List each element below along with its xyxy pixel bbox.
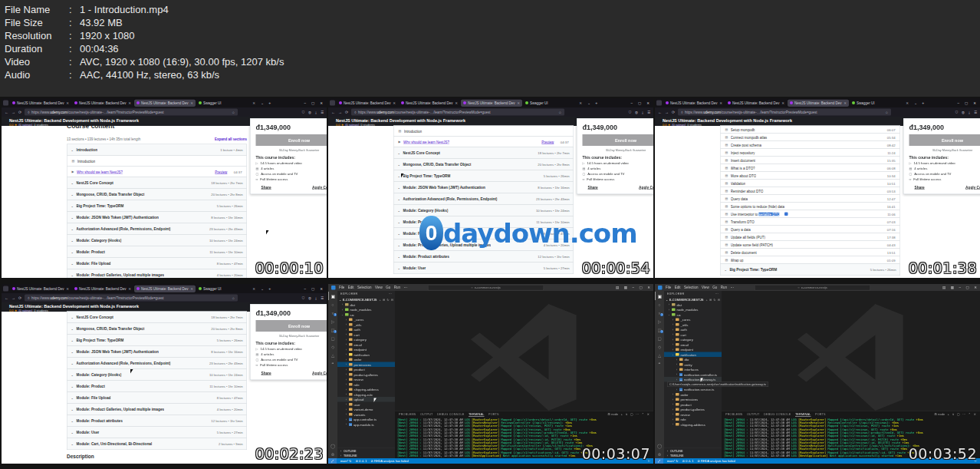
browser-tab[interactable]: NestJS Ultimate: Backend Dev✕ — [134, 99, 196, 107]
tab-close-icon[interactable]: ✕ — [66, 287, 69, 291]
apply-coupon-button[interactable]: Apply Coupon — [312, 371, 327, 375]
menu-icon[interactable]: ☰ — [974, 110, 977, 114]
lecture-title[interactable]: Why should we learn NestJS? — [403, 140, 449, 144]
menu-item[interactable]: Selection — [684, 286, 699, 289]
comments-icon[interactable]: ❝ — [328, 359, 337, 368]
tab-close-icon[interactable]: ✕ — [393, 101, 396, 105]
panel-tab[interactable]: PROBLEMS — [725, 413, 742, 417]
account-icon[interactable]: ◍ — [308, 110, 311, 114]
split-terminal-icon[interactable]: ▢ — [957, 413, 960, 417]
course-section-row[interactable]: ⌄Authorization Advanced (Role, Permissio… — [393, 193, 574, 206]
url-bar[interactable]: ◊https://www.udemy.com/course/nestjs-ult… — [25, 295, 238, 302]
tab-close-icon[interactable]: ✕ — [252, 101, 255, 105]
url-bar[interactable]: ◊https://www.udemy.com/course/nestjs-ult… — [25, 109, 238, 116]
minimize-icon[interactable]: – — [959, 286, 961, 289]
tab-close-icon[interactable]: ✕ — [252, 287, 255, 291]
tab-close-icon[interactable]: ✕ — [517, 101, 520, 105]
back-button[interactable]: ← — [5, 296, 8, 300]
tab-close-icon[interactable]: ✕ — [190, 287, 193, 291]
refresh-icon[interactable]: ↻ — [713, 298, 715, 302]
browser-tab[interactable]: NestJS Ultimate: Backend Dev✕ — [461, 99, 522, 107]
downloads-icon[interactable]: ⤓ — [642, 110, 643, 114]
lecture-row[interactable]: ▶Why should we learn NestJS?Preview04:37 — [393, 137, 574, 148]
bookmark-star-icon[interactable]: ☆ — [232, 296, 235, 300]
terminal-dropdown-icon[interactable]: ∨ — [626, 413, 628, 417]
tab-list-chevron-icon[interactable]: ⌄ — [258, 101, 266, 105]
lecture-row[interactable]: ▤Use interceptor to serialize DTO11:06 — [720, 210, 900, 219]
menu-item[interactable]: ⋯ — [403, 286, 407, 289]
course-section-row[interactable]: ⌄Module: Product Galleries, Upload multi… — [67, 269, 247, 279]
account-icon[interactable]: ◯ — [655, 441, 664, 450]
browser-tab[interactable]: NestJS Ultimate: Backend Dev✕ — [337, 99, 398, 107]
tab-close-icon[interactable]: ✕ — [66, 101, 69, 105]
close-panel-icon[interactable]: ✕ — [974, 413, 976, 417]
tab-close-icon[interactable]: ✕ — [128, 287, 131, 291]
panel-tab[interactable]: TERMINAL — [469, 412, 485, 416]
command-center-search[interactable]: ○e-commerce-nestjs — [755, 285, 870, 291]
tab-close-icon[interactable]: ✕ — [906, 101, 909, 105]
new-tab-button[interactable]: + — [919, 101, 926, 105]
menu-item[interactable]: Run — [721, 286, 727, 289]
search-icon[interactable]: ○ — [328, 300, 337, 309]
course-section-row[interactable]: ⌄Mongoose, CRUD, Data Transfer Object20 … — [67, 189, 247, 201]
course-section-row[interactable]: ⌄Module: Product11 lectures • 1hr 10min — [67, 381, 247, 393]
collapse-icon[interactable]: ⊟ — [718, 298, 720, 302]
maximize-icon[interactable]: ▢ — [311, 101, 314, 105]
course-section-row[interactable]: ⌄Big Project Time: TypeORM5 lectures • 2… — [393, 170, 574, 183]
browser-tab[interactable]: NestJS Ultimate: Backend Dev✕ — [788, 99, 849, 107]
browser-tab[interactable]: NestJS Ultimate: Backend Dev✕ — [725, 99, 787, 107]
panel-tab[interactable]: DEBUG CONSOLE — [764, 413, 791, 417]
bookmark-star-icon[interactable]: ☆ — [885, 111, 888, 114]
tab-close-icon[interactable]: ✕ — [781, 101, 784, 105]
lecture-row[interactable]: ▤What is a DTO?06:08 — [720, 164, 900, 173]
shield-icon[interactable]: ⛉ — [629, 110, 631, 114]
refresh-icon[interactable]: ↻ — [386, 298, 389, 302]
minimize-icon[interactable]: – — [304, 101, 306, 105]
lecture-row[interactable]: ▤Transform DTO07:03 — [720, 218, 900, 226]
course-section-row[interactable]: ⌄Authorization Advanced (Role, Permissio… — [67, 358, 247, 370]
browser-tab[interactable]: Swagger UI✕ — [850, 99, 911, 107]
enroll-now-button[interactable]: Enroll now — [256, 320, 327, 332]
course-section-row[interactable]: ⌄NestJS Core Concept18 lectures • 2hr 7m… — [67, 312, 247, 324]
lecture-row[interactable]: ▤Setup mongodb06:07 — [720, 126, 900, 134]
tab-close-icon[interactable]: ✕ — [579, 101, 582, 105]
course-section-row[interactable]: ⌄Big Project Time: TypeORM5 lectures • 2… — [720, 264, 900, 276]
apply-coupon-button[interactable]: Apply Coupon — [639, 185, 653, 190]
forward-button[interactable]: → — [665, 110, 669, 114]
minimize-icon[interactable]: – — [630, 101, 633, 105]
lecture-row[interactable]: ▤Update all fields (PUT)17:38 — [720, 233, 900, 242]
lecture-title[interactable]: Why should we learn NestJS? — [77, 170, 123, 173]
reload-button[interactable]: ⟳ — [672, 110, 675, 114]
panel-tab[interactable]: PORTS — [815, 413, 826, 417]
share-button[interactable]: Share — [588, 185, 598, 190]
menu-item[interactable]: Go — [386, 286, 390, 289]
panel-tab[interactable]: OUTPUT — [420, 413, 433, 417]
new-tab-button[interactable]: + — [593, 101, 600, 105]
share-button[interactable]: Share — [261, 371, 271, 375]
browser-tab[interactable]: NestJS Ultimate: Backend Dev✕ — [134, 285, 196, 292]
minimize-icon[interactable]: – — [304, 287, 306, 291]
url-bar[interactable]: ◊https://www.udemy.com/course/nestjs-ult… — [351, 109, 564, 116]
enroll-now-button[interactable]: Enroll now — [256, 134, 327, 146]
course-section-row[interactable]: ⌄Module: Product Galleries, Upload multi… — [67, 404, 247, 416]
menu-icon[interactable]: ☰ — [321, 110, 324, 114]
course-section-row[interactable]: ⌄Module: JSON Web Token (JWT) Authentica… — [67, 346, 247, 358]
shield-icon[interactable]: ⛉ — [302, 110, 304, 114]
back-button[interactable]: ← — [331, 110, 335, 114]
lecture-row[interactable]: ▶Why should we learn NestJS?Preview04:37 — [67, 167, 247, 178]
browser-tab[interactable]: Swagger UI✕ — [523, 99, 584, 107]
downloads-icon[interactable]: ⤓ — [968, 110, 970, 114]
menu-icon[interactable]: ☰ — [647, 110, 650, 114]
panel-tab[interactable]: PORTS — [488, 413, 499, 417]
tab-close-icon[interactable]: ✕ — [455, 101, 458, 105]
problems-status[interactable]: ⊘ 0 ⚠ 1 — [356, 459, 367, 463]
lecture-row[interactable]: ▤Some options to reduce (hide) data16:41 — [720, 203, 900, 211]
maximize-icon[interactable]: ▢ — [965, 101, 968, 105]
lecture-row[interactable]: ▤Query data12:47 — [720, 195, 900, 203]
maximize-icon[interactable]: ▢ — [639, 286, 642, 289]
shield-icon[interactable]: ⛉ — [302, 296, 304, 300]
git-branch-status[interactable]: main* ↻ — [667, 459, 679, 463]
course-section-row[interactable]: ⌄Module: Product attributes12 lectures •… — [67, 415, 247, 428]
comments-icon[interactable]: ❝ — [655, 359, 664, 368]
back-button[interactable]: ← — [5, 110, 8, 114]
